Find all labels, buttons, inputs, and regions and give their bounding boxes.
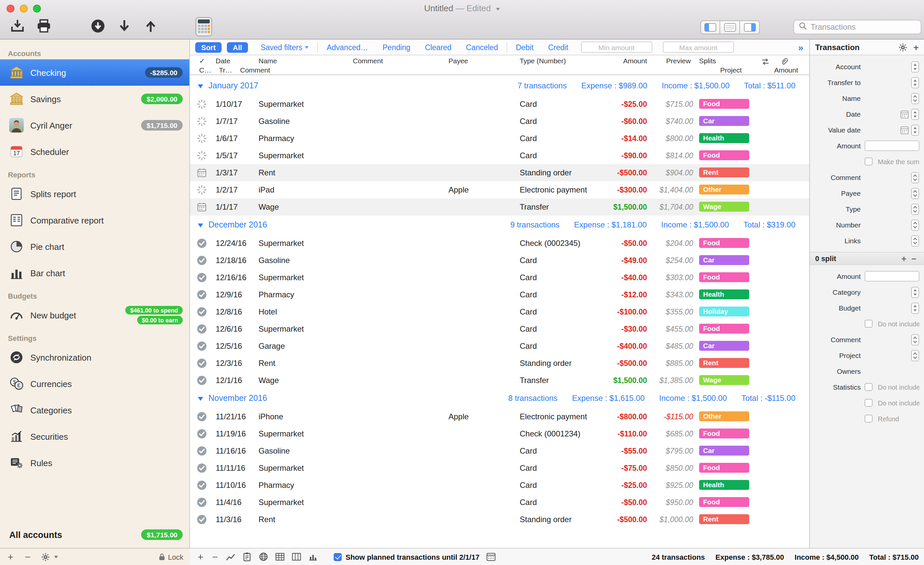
- text-input[interactable]: [865, 271, 920, 282]
- add-split-button[interactable]: +: [899, 253, 909, 264]
- print-button[interactable]: [36, 18, 52, 34]
- dropdown-control[interactable]: [911, 203, 920, 214]
- max-amount-input[interactable]: [663, 42, 734, 53]
- transaction-row[interactable]: 12/24/16SupermarketCheck (0002345)-$50.0…: [190, 235, 809, 252]
- stepper-control[interactable]: [911, 286, 920, 298]
- sidebar-item-splits-report[interactable]: Splits report: [0, 181, 189, 207]
- transaction-row[interactable]: 11/10/16PharmacyCard-$25.00$925.00Health: [190, 477, 809, 494]
- transaction-row[interactable]: 12/6/16SupermarketCard-$30.00$455.00Food: [190, 321, 809, 337]
- search-field[interactable]: [794, 20, 921, 34]
- sidebar-item-bar-chart[interactable]: Bar chart: [0, 260, 189, 286]
- saved-filters-dropdown[interactable]: Saved filters: [261, 43, 309, 51]
- title-menu-caret-icon[interactable]: [496, 7, 500, 10]
- globe-icon[interactable]: [258, 552, 268, 562]
- dropdown-control[interactable]: [911, 219, 920, 231]
- stepper-control[interactable]: [911, 302, 920, 313]
- checkbox-unchecked-icon[interactable]: [865, 399, 873, 407]
- transaction-row[interactable]: 1/2/17iPadAppleElectronic payment-$300.0…: [190, 181, 809, 198]
- more-filters-button[interactable]: »: [798, 42, 804, 52]
- transaction-row[interactable]: 1/1/17WageTransfer$1,500.00$1,704.00Wage: [190, 198, 809, 216]
- toggle-list-view-button[interactable]: [720, 21, 740, 34]
- transaction-row[interactable]: 12/8/16HotelCard-$100.00$355.00Holiday: [190, 303, 809, 321]
- import-button[interactable]: [90, 18, 106, 34]
- month-header-december-2016[interactable]: December 20169 transactionsExpense : $1,…: [190, 216, 809, 235]
- sidebar-item-categories[interactable]: Categories: [0, 397, 189, 423]
- disclosure-triangle-icon[interactable]: [198, 223, 203, 228]
- calendar-picker-icon[interactable]: [900, 108, 909, 120]
- transaction-row[interactable]: 12/16/16SupermarketCard-$40.00$303.00Foo…: [190, 269, 809, 286]
- sidebar-item-currencies[interactable]: $€Currencies: [0, 370, 189, 397]
- toggle-sidebar-button[interactable]: [700, 21, 720, 34]
- checkbox-checked-icon[interactable]: [334, 553, 342, 561]
- columns-view-icon[interactable]: [291, 552, 302, 562]
- transaction-row[interactable]: 1/10/17SupermarketCard-$25.00$715.00Food: [190, 96, 809, 113]
- column-header-tr[interactable]: Tr…: [219, 66, 232, 74]
- stepper-control[interactable]: [911, 77, 920, 88]
- remove-account-button[interactable]: −: [24, 552, 32, 562]
- disclosure-triangle-icon[interactable]: [198, 397, 203, 401]
- sort-button[interactable]: Sort: [195, 42, 222, 52]
- checkbox-unchecked-icon[interactable]: [865, 157, 873, 165]
- column-header-type[interactable]: Type (Number): [520, 57, 566, 64]
- min-amount-input[interactable]: [581, 42, 652, 53]
- sidebar-item-cyril-anger[interactable]: Cyril Anger$1,715.00: [0, 112, 189, 138]
- transaction-row[interactable]: 1/6/17PharmacyCard-$14.00$800.00Health: [190, 130, 809, 147]
- filter-debit-button[interactable]: Debit: [516, 43, 534, 51]
- column-header-date[interactable]: Date: [216, 57, 230, 64]
- move-down-button[interactable]: [116, 18, 133, 34]
- sidebar-item-securities[interactable]: Securities: [0, 423, 189, 450]
- dropdown-control[interactable]: [911, 350, 920, 361]
- column-header-amount[interactable]: Amount: [586, 57, 647, 64]
- column-header-preview[interactable]: Preview: [666, 57, 691, 64]
- transaction-row[interactable]: 1/7/17GasolineCard-$60.00$740.00Car: [190, 113, 809, 130]
- filter-cleared-button[interactable]: Cleared: [425, 43, 452, 51]
- transaction-row[interactable]: 12/18/16GasolineCard-$49.00$254.00Car: [190, 252, 809, 269]
- transaction-row[interactable]: 11/4/16SupermarketCard-$50.00$950.00Food: [190, 494, 809, 511]
- transaction-row[interactable]: 12/9/16PharmacyCard-$12.00$343.00Health: [190, 286, 809, 303]
- dropdown-control[interactable]: [911, 334, 920, 345]
- advanced-filter-button[interactable]: Advanced…: [327, 43, 368, 51]
- sidebar-item-pie-chart[interactable]: Pie chart: [0, 233, 189, 260]
- dropdown-control[interactable]: [911, 172, 920, 183]
- transaction-row[interactable]: 1/3/17RentStanding order-$500.00$904.00R…: [190, 164, 809, 181]
- sidebar-item-new-budget[interactable]: New budget$461.00 to spend$0.00 to earn: [0, 302, 189, 328]
- filter-all-button[interactable]: All: [227, 42, 248, 52]
- gear-icon[interactable]: [898, 42, 908, 52]
- sidebar-action-menu[interactable]: [41, 552, 58, 561]
- column-header-splits[interactable]: Splits: [699, 57, 716, 64]
- dropdown-control[interactable]: [911, 93, 920, 104]
- filter-credit-button[interactable]: Credit: [548, 43, 568, 51]
- column-header-check[interactable]: ✓: [199, 57, 205, 64]
- sidebar-item-all-accounts[interactable]: All accounts $1,715.00: [0, 522, 189, 548]
- disclosure-triangle-icon[interactable]: [198, 84, 203, 88]
- sidebar-item-savings[interactable]: Savings$2,000.00: [0, 86, 189, 112]
- show-planned-checkbox[interactable]: Show planned transactions until 2/1/17: [334, 552, 496, 562]
- bar-chart-small-icon[interactable]: [308, 552, 318, 562]
- calculator-app-icon[interactable]: [195, 16, 212, 37]
- add-transaction-button[interactable]: +: [914, 42, 919, 52]
- column-header-name[interactable]: Name: [258, 57, 277, 64]
- clipboard-icon[interactable]: [242, 552, 252, 562]
- stepper-control[interactable]: [911, 108, 920, 120]
- transaction-row[interactable]: 12/3/16RentStanding order-$500.00$885.00…: [190, 355, 809, 372]
- sidebar-item-comparative-report[interactable]: Comparative report: [0, 207, 189, 233]
- column-header-project[interactable]: Project: [720, 66, 742, 74]
- checkbox-unchecked-icon[interactable]: [865, 383, 873, 391]
- transaction-row[interactable]: 11/21/16iPhoneAppleElectronic payment-$8…: [190, 408, 809, 425]
- sidebar-item-scheduler[interactable]: 17Scheduler: [0, 138, 189, 165]
- stepper-control[interactable]: [911, 124, 920, 135]
- stepper-control[interactable]: [911, 61, 920, 72]
- sidebar-item-rules[interactable]: Rules: [0, 450, 189, 476]
- lock-button[interactable]: Lock: [158, 553, 184, 561]
- transaction-row[interactable]: 12/1/16WageTransfer$1,500.00$1,385.00Wag…: [190, 372, 809, 389]
- dropdown-control[interactable]: [911, 187, 920, 199]
- transaction-row[interactable]: 11/16/16GasolineCard-$55.00$795.00Car: [190, 442, 809, 460]
- text-input[interactable]: [865, 141, 920, 151]
- transaction-row[interactable]: 11/3/16RentStanding order-$500.00$1,000.…: [190, 511, 809, 528]
- transaction-row[interactable]: 11/19/16SupermarketCheck (0001234)-$110.…: [190, 425, 809, 442]
- search-input[interactable]: [810, 22, 916, 31]
- transaction-row[interactable]: 1/5/17SupermarketCard-$90.00$814.00Food: [190, 147, 809, 164]
- calendar-picker-icon[interactable]: [900, 124, 909, 135]
- remove-split-button[interactable]: −: [909, 253, 919, 264]
- add-transaction-footer-button[interactable]: +: [196, 552, 204, 562]
